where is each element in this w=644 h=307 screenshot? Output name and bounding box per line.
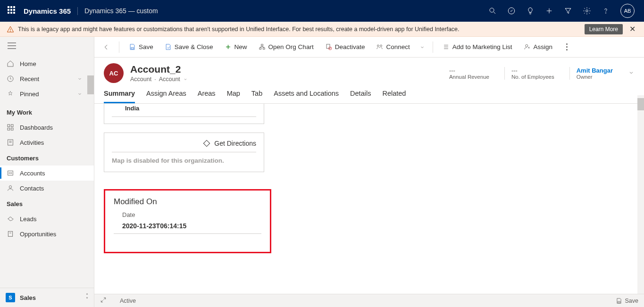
record-status: Active	[120, 298, 136, 304]
save-button[interactable]: Save	[124, 41, 158, 53]
tab-details[interactable]: Details	[350, 90, 371, 103]
nav-opportunities[interactable]: Opportunities	[0, 226, 94, 241]
nav-leads[interactable]: Leads	[0, 211, 94, 226]
map-disabled-text: Map is disabled for this organization.	[112, 152, 256, 164]
svg-point-24	[9, 186, 11, 188]
save-icon	[616, 298, 622, 304]
save-close-icon	[165, 43, 172, 50]
clock-icon	[7, 75, 14, 83]
form-tabs: Summary Assign Areas Areas Map Tab Asset…	[94, 83, 644, 104]
svg-point-8	[10, 31, 11, 31]
nav-contacts[interactable]: Contacts	[0, 181, 94, 196]
save-icon	[129, 43, 136, 50]
expand-icon[interactable]	[100, 297, 107, 305]
svg-point-5	[586, 10, 588, 12]
tab-map[interactable]: Map	[227, 90, 240, 103]
svg-line-1	[493, 12, 495, 14]
help-icon[interactable]	[602, 7, 610, 15]
employees-value: ---	[511, 67, 554, 74]
svg-rect-27	[131, 48, 134, 49]
warning-icon	[7, 25, 14, 33]
close-warning-button[interactable]: ✕	[627, 23, 637, 35]
svg-point-0	[490, 8, 494, 12]
deactivate-icon	[325, 43, 332, 50]
cmd-label: Assign	[534, 43, 553, 50]
svg-rect-25	[8, 232, 12, 237]
cmd-label: Add to Marketing List	[452, 43, 512, 50]
nav-dashboards[interactable]: Dashboards	[0, 120, 94, 135]
nav-label: Pinned	[20, 91, 39, 98]
plus-icon[interactable]	[545, 7, 553, 15]
nav-home[interactable]: Home	[0, 56, 94, 71]
chevron-down-icon[interactable]	[183, 77, 188, 82]
nav-label: Home	[20, 60, 36, 67]
back-button[interactable]	[99, 40, 113, 54]
plus-icon	[225, 43, 232, 50]
search-icon[interactable]	[488, 7, 497, 15]
tab-tab[interactable]: Tab	[251, 90, 262, 103]
tab-related[interactable]: Related	[382, 90, 406, 103]
save-close-button[interactable]: Save & Close	[160, 41, 218, 53]
svg-rect-32	[263, 48, 265, 49]
sidebar-scrollbar[interactable]	[87, 75, 94, 94]
org-chart-button[interactable]: Open Org Chart	[254, 41, 318, 53]
get-directions-button[interactable]: Get Directions	[112, 140, 256, 152]
account-icon	[7, 169, 14, 177]
assign-button[interactable]: Assign	[519, 41, 558, 53]
marketing-icon	[443, 43, 450, 50]
add-marketing-button[interactable]: Add to Marketing List	[438, 41, 517, 53]
nav-label: Opportunities	[20, 231, 56, 238]
modified-on-label: Date	[114, 211, 261, 218]
learn-more-button[interactable]: Learn More	[585, 24, 623, 34]
brand-label: Dynamics 365	[24, 7, 78, 15]
svg-rect-43	[618, 301, 620, 303]
app-launcher-icon[interactable]	[8, 6, 17, 16]
content-scrollbar[interactable]	[637, 95, 644, 294]
connect-button[interactable]: Connect	[371, 41, 414, 53]
nav-label: Leads	[20, 216, 36, 223]
form-body: India Get Directions Map is disabled for…	[94, 104, 644, 294]
annual-revenue-label: Annual Revenue	[449, 74, 489, 80]
cmd-label: Save	[139, 43, 153, 50]
filter-icon[interactable]	[564, 7, 572, 15]
nav-activities[interactable]: Activities	[0, 135, 94, 150]
tab-assign-areas[interactable]: Assign Areas	[146, 90, 186, 103]
main-content: Save Save & Close New Open Org Chart Dea…	[94, 37, 644, 307]
modified-on-card: Modified On Date 2020-11-23T06:14:15	[104, 189, 271, 253]
header-expand[interactable]	[628, 69, 635, 77]
map-card: Get Directions Map is disabled for this …	[104, 133, 264, 172]
task-icon[interactable]	[507, 7, 516, 15]
user-avatar[interactable]: AB	[620, 4, 635, 18]
employees-label: No. of Employees	[511, 74, 554, 80]
left-sidebar: Home Recent Pinned My Work Dashboards Ac…	[0, 37, 94, 307]
activities-icon	[7, 139, 14, 146]
country-value: India	[112, 104, 256, 117]
svg-point-41	[525, 45, 527, 47]
more-commands[interactable]	[562, 43, 571, 50]
connect-dropdown[interactable]	[417, 44, 428, 50]
nav-label: Accounts	[20, 170, 45, 177]
tab-assets[interactable]: Assets and Locations	[274, 90, 339, 103]
form-name[interactable]: Account	[159, 76, 180, 83]
area-badge: S	[6, 293, 15, 302]
svg-rect-31	[259, 48, 261, 49]
directions-label: Get Directions	[214, 140, 256, 147]
gear-icon[interactable]	[583, 7, 591, 15]
save-label: Save	[625, 298, 639, 304]
tab-summary[interactable]: Summary	[104, 90, 135, 103]
area-switcher[interactable]: S Sales ˄˅	[0, 288, 94, 307]
footer-save-button[interactable]: Save	[616, 298, 639, 304]
new-button[interactable]: New	[220, 41, 252, 53]
chevron-down-icon	[77, 75, 83, 83]
nav-recent[interactable]: Recent	[0, 71, 94, 86]
deactivate-button[interactable]: Deactivate	[320, 41, 370, 53]
sidebar-toggle[interactable]	[0, 37, 94, 56]
lightbulb-icon[interactable]	[526, 7, 535, 15]
tab-areas[interactable]: Areas	[198, 90, 216, 103]
owner-value[interactable]: Amit Bangar	[577, 67, 613, 74]
record-badge: AC	[104, 63, 124, 83]
nav-pinned[interactable]: Pinned	[0, 86, 94, 101]
address-card: India	[104, 104, 264, 124]
nav-accounts[interactable]: Accounts	[0, 166, 94, 181]
section-heading: Sales	[0, 196, 94, 211]
